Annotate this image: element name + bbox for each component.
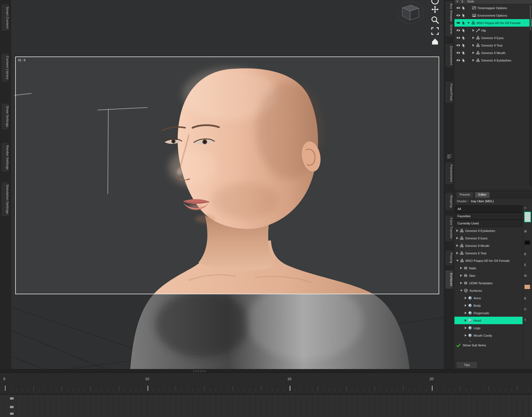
surface-row[interactable]: Arms (454, 294, 523, 302)
track-header-marker[interactable] (10, 397, 14, 400)
surface-row[interactable]: Body (454, 302, 523, 309)
caret-right-icon[interactable] (472, 51, 475, 54)
surface-row[interactable]: Genesis 9 Tear (454, 249, 523, 257)
map-thumbnail-selected[interactable] (524, 212, 531, 222)
surface-row[interactable]: Surfaces (454, 287, 523, 294)
caret-down-icon[interactable] (460, 290, 463, 292)
caret-right-icon[interactable] (472, 59, 475, 62)
tab-editor[interactable]: Editor (475, 192, 490, 198)
caret-right-icon[interactable] (472, 29, 475, 32)
caret-right-icon[interactable] (460, 282, 462, 285)
selectable-cursor-icon[interactable] (462, 13, 466, 17)
tab-render-settings[interactable]: Render Settings (1, 142, 9, 172)
tab-environment[interactable]: Environment (445, 43, 453, 68)
filter-currently-used[interactable]: Currently Used (455, 220, 522, 227)
timeline-track[interactable] (0, 411, 532, 417)
visibility-eye-icon[interactable] (456, 28, 461, 32)
surface-row[interactable]: Genesis 9 Eyes (454, 234, 523, 242)
tab-draw-settings[interactable]: Draw Settings (1, 103, 9, 130)
tab-content-library[interactable]: Content Library (1, 53, 9, 82)
surface-row[interactable]: Nails (454, 264, 523, 272)
tab-smart-content[interactable]: Smart Content (1, 4, 9, 31)
frame-icon[interactable] (431, 27, 439, 35)
visibility-eye-icon[interactable] (456, 21, 461, 25)
filter-favorites[interactable]: Favorites (455, 213, 522, 220)
scene-row[interactable]: Genesis 9 Tear (454, 42, 532, 49)
caret-right-icon[interactable] (472, 36, 475, 39)
tab-scene[interactable]: Scene (445, 22, 453, 37)
caret-right-icon[interactable] (456, 244, 459, 247)
selectable-cursor-icon[interactable] (462, 21, 466, 25)
filter-all[interactable]: All (455, 205, 522, 213)
tab-parameters[interactable]: Parameters (445, 162, 453, 185)
caret-right-icon[interactable] (464, 304, 467, 307)
splitter-handle[interactable] (193, 370, 206, 372)
surface-row-selected[interactable]: Head (454, 317, 523, 324)
selectable-cursor-icon[interactable] (462, 36, 466, 40)
scene-row[interactable]: Genesis 9 Eyelashes (454, 57, 532, 64)
tips-button[interactable]: Tips (456, 361, 478, 369)
scene-scrollbar[interactable] (530, 4, 531, 186)
scene-row[interactable]: Genesis 9 Eyes (454, 34, 532, 42)
caret-right-icon[interactable] (456, 252, 459, 255)
caret-right-icon[interactable] (464, 334, 467, 337)
pane-splitter-icon[interactable] (446, 154, 452, 158)
orbit-icon[interactable] (431, 0, 439, 4)
selectable-cursor-icon[interactable] (462, 28, 466, 32)
caret-right-icon[interactable] (460, 267, 462, 270)
tab-shaping[interactable]: Shaping (445, 192, 453, 210)
surface-row[interactable]: Mouth Cavity (454, 332, 523, 339)
caret-right-icon[interactable] (464, 296, 467, 300)
surface-row[interactable]: Legs (454, 324, 523, 332)
visibility-eye-icon[interactable] (456, 43, 461, 47)
timeline[interactable]: 5 10 15 20 (0, 373, 532, 417)
caret-right-icon[interactable] (456, 237, 459, 240)
caret-right-icon[interactable] (464, 311, 467, 314)
visibility-eye-icon[interactable] (456, 36, 461, 40)
caret-down-icon[interactable] (467, 22, 470, 24)
viewport-timeline-splitter[interactable] (0, 369, 532, 373)
scene-row-selected[interactable]: MSO Peppa HD for G9 Female (454, 19, 532, 27)
scene-row[interactable]: Tonemapper Options (454, 4, 532, 12)
tab-posing[interactable]: Posing (445, 250, 453, 266)
3d-viewport[interactable]: 16 : 9 (11, 0, 444, 369)
caret-right-icon[interactable] (464, 319, 467, 322)
track-header-marker[interactable] (10, 413, 14, 415)
color-swatch-dark[interactable] (524, 240, 530, 245)
view-cube[interactable] (396, 0, 427, 28)
scene-scrollbar-thumb[interactable] (530, 5, 531, 30)
show-sub-items-checkbox[interactable]: Show Sub Items (454, 342, 523, 349)
surface-row[interactable]: Genesis 9 Mouth (454, 242, 523, 249)
tab-powerpose[interactable]: PowerPose (445, 81, 453, 104)
surface-row[interactable]: Skin (454, 272, 523, 279)
scene-row[interactable]: Genesis 9 Mouth (454, 49, 532, 57)
selectable-cursor-icon[interactable] (462, 6, 466, 10)
tab-simulation-settings[interactable]: Simulation Settings (1, 182, 9, 217)
surface-row[interactable]: MSO Peppa HD for G9 Female (454, 257, 523, 264)
caret-down-icon[interactable] (456, 260, 459, 262)
scene-row[interactable]: Environment Options (454, 12, 532, 19)
home-icon[interactable] (431, 37, 439, 46)
surface-row[interactable]: UDIM Templates (454, 279, 523, 287)
timeline-track[interactable] (0, 404, 532, 411)
caret-right-icon[interactable] (460, 274, 462, 277)
visibility-eye-icon[interactable] (456, 58, 461, 62)
zoom-icon[interactable] (431, 16, 439, 24)
timeline-track[interactable] (0, 395, 532, 404)
surface-row[interactable]: Fingernails (454, 309, 523, 317)
tab-surfaces[interactable]: Surfaces (445, 270, 453, 289)
caret-right-icon[interactable] (464, 326, 467, 329)
pan-icon[interactable] (431, 5, 439, 14)
tab-presets[interactable]: Presets (456, 192, 474, 198)
selectable-cursor-icon[interactable] (462, 43, 466, 47)
tab-face-transfer[interactable]: Face Transfer (445, 215, 453, 242)
caret-right-icon[interactable] (472, 44, 475, 47)
scene-row[interactable]: Hip (454, 27, 532, 34)
visibility-eye-icon[interactable] (456, 51, 461, 55)
selectable-cursor-icon[interactable] (462, 51, 466, 55)
caret-right-icon[interactable] (456, 229, 459, 232)
check-icon[interactable] (456, 343, 461, 347)
visibility-eye-icon[interactable] (456, 6, 461, 10)
surface-row[interactable]: Genesis 9 Eyelashes (454, 227, 523, 234)
color-swatch-skin[interactable] (524, 285, 530, 289)
